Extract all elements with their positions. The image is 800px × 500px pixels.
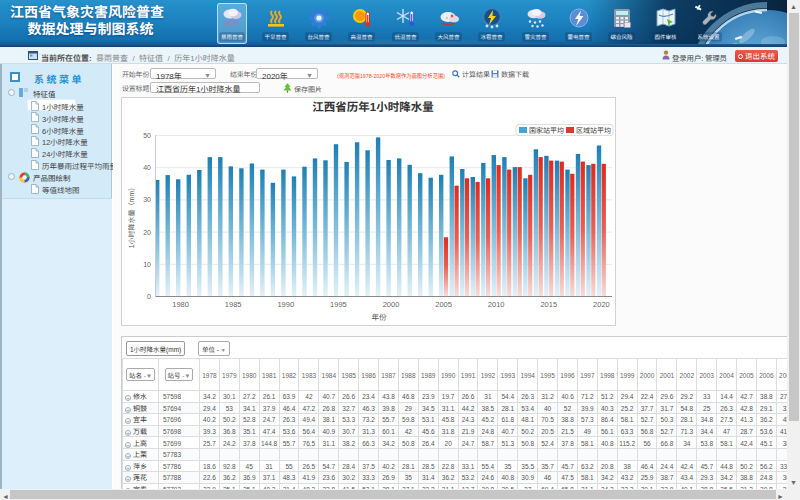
svg-text:1980: 1980 (172, 298, 189, 309)
svg-text:50: 50 (143, 130, 151, 140)
svg-text:2005: 2005 (435, 298, 452, 309)
svg-text:2010: 2010 (488, 298, 505, 309)
svg-text:2000: 2000 (383, 298, 400, 309)
svg-text:40: 40 (143, 162, 151, 172)
svg-text:1995: 1995 (330, 298, 347, 309)
svg-text:20: 20 (143, 227, 151, 237)
svg-text:1985: 1985 (225, 298, 242, 309)
svg-text:2020: 2020 (593, 298, 610, 309)
svg-text:国家站平均: 国家站平均 (529, 125, 564, 135)
svg-text:年份: 年份 (372, 311, 387, 322)
svg-text:1990: 1990 (277, 298, 294, 309)
svg-text:1小时降水量（mm）: 1小时降水量（mm） (126, 184, 136, 249)
svg-text:2015: 2015 (540, 298, 557, 309)
svg-text:10: 10 (143, 259, 151, 269)
svg-text:30: 30 (143, 194, 151, 204)
svg-text:0: 0 (147, 291, 151, 301)
svg-text:江西省历年1小时降水量: 江西省历年1小时降水量 (312, 98, 434, 114)
svg-text:区域站平均: 区域站平均 (576, 125, 611, 135)
